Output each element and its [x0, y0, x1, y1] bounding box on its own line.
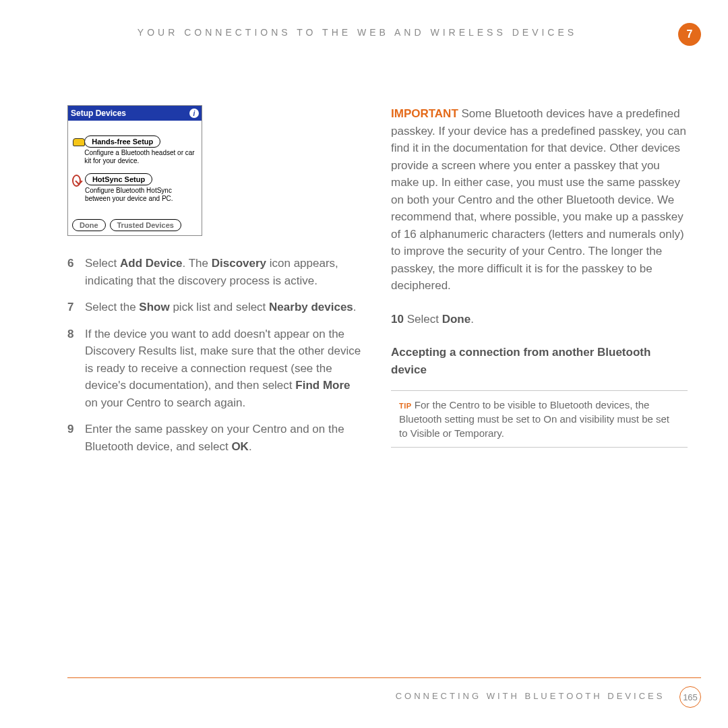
step-9: 9 Enter the same passkey on your Centro … — [67, 421, 364, 455]
step-number: 9 — [67, 421, 77, 455]
hands-free-setup-button[interactable]: Hands-free Setup — [84, 135, 160, 148]
step-7: 7 Select the Show pick list and select N… — [67, 299, 364, 316]
done-button[interactable]: Done — [72, 219, 106, 231]
screenshot-title: Setup Devices — [71, 107, 126, 119]
tip-label: TIP — [399, 402, 412, 410]
step-number: 10 — [391, 313, 404, 326]
footer-text: CONNECTING WITH BLUETOOTH DEVICES — [396, 691, 665, 701]
step-number: 8 — [67, 326, 77, 412]
right-column: IMPORTANT Some Bluetooth devices have a … — [391, 105, 688, 464]
screenshot-titlebar: Setup Devices i — [68, 106, 202, 121]
hotsync-icon — [72, 175, 81, 187]
hotsync-setup-button[interactable]: HotSync Setup — [85, 173, 152, 185]
important-label: IMPORTANT — [391, 107, 458, 120]
left-column: Setup Devices i Hands-free Setup Configu… — [67, 105, 364, 464]
step-8: 8 If the device you want to add doesn't … — [67, 326, 364, 412]
hotsync-desc: Configure Bluetooth HotSync between your… — [85, 187, 198, 203]
step-number: 7 — [67, 299, 77, 316]
step-6: 6 Select Add Device. The Discovery icon … — [67, 255, 364, 289]
chapter-number-badge: 7 — [678, 23, 701, 46]
hands-free-desc: Configure a Bluetooth headset or car kit… — [84, 149, 198, 165]
tip-box: TIP For the Centro to be visible to Blue… — [391, 390, 688, 448]
page-number: 165 — [679, 686, 701, 708]
tip-text: For the Centro to be visible to Bluetoot… — [399, 399, 669, 439]
page-footer: CONNECTING WITH BLUETOOTH DEVICES 165 — [67, 677, 701, 708]
car-icon — [72, 137, 80, 148]
important-paragraph: IMPORTANT Some Bluetooth devices have a … — [391, 105, 688, 295]
trusted-devices-button[interactable]: Trusted Devices — [110, 219, 181, 231]
section-subheading: Accepting a connection from another Blue… — [391, 344, 688, 378]
step-10: 10 Select Done. — [391, 311, 688, 328]
step-number: 6 — [67, 255, 77, 289]
device-screenshot: Setup Devices i Hands-free Setup Configu… — [67, 105, 202, 236]
running-header: YOUR CONNECTIONS TO THE WEB AND WIRELESS… — [67, 27, 688, 38]
info-icon[interactable]: i — [189, 109, 199, 118]
